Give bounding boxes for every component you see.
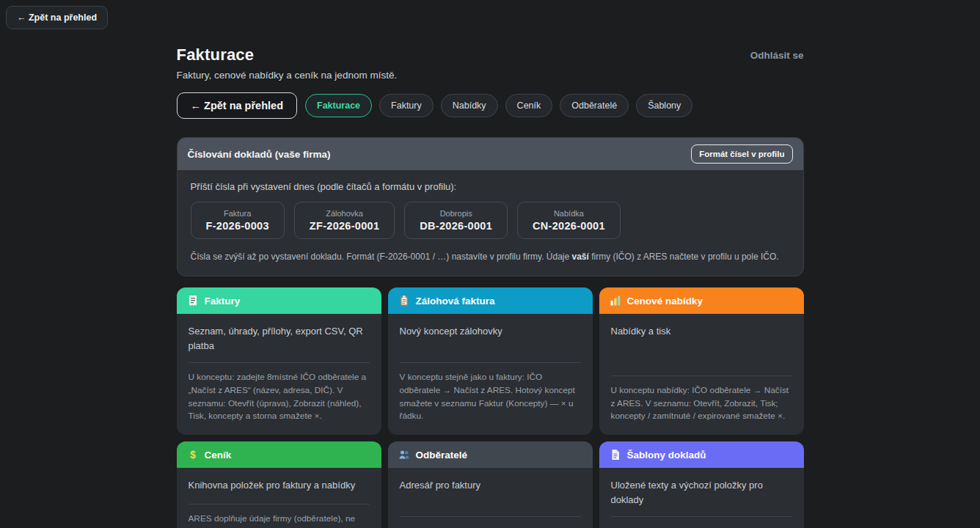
- card-title: Šablony dokladů: [627, 450, 706, 461]
- nav-pills: Fakturace Faktury Nabídky Ceník Odběrate…: [305, 94, 692, 117]
- numbering-note: Čísla se zvýší až po vystavení dokladu. …: [191, 250, 790, 263]
- card-sablony-dokladu-header[interactable]: Šablony dokladů: [599, 441, 804, 468]
- counter-dobropis: Dobropis DB-2026-0001: [404, 202, 508, 239]
- card-odberatele: Odběratelé Adresář pro faktury: [388, 441, 593, 528]
- back-to-overview-button[interactable]: ← Zpět na přehled: [177, 92, 298, 119]
- card-cenik: $ Ceník Knihovna položek pro faktury a n…: [177, 441, 381, 528]
- number-format-button[interactable]: Formát čísel v profilu: [691, 144, 792, 164]
- divider: [611, 516, 792, 517]
- card-zalohova-faktura-header[interactable]: Zálohová faktura: [388, 287, 593, 314]
- receipt-icon: [187, 295, 199, 307]
- counter-label: Faktura: [206, 209, 269, 218]
- card-summary: Seznam, úhrady, přílohy, export CSV, QR …: [189, 324, 370, 353]
- note-bold-text: vaší: [571, 252, 588, 262]
- card-hint: U konceptu: zadejte 8místné IČO odběrate…: [189, 371, 370, 423]
- tab-faktury[interactable]: Faktury: [379, 94, 434, 117]
- counter-value: DB-2026-0001: [420, 220, 492, 232]
- numbering-title: Číslování dokladů (vaše firma): [188, 149, 331, 160]
- counter-zalohovka: Zálohovka ZF-2026-0001: [294, 202, 395, 239]
- card-summary: Knihovna položek pro faktury a nabídky: [189, 478, 370, 495]
- counter-nabidka: Nabídka CN-2026-0001: [517, 202, 621, 239]
- dollar-icon: $: [187, 449, 199, 461]
- card-body: Uložené texty a výchozí položky pro dokl…: [599, 468, 804, 528]
- feature-cards-grid: Faktury Seznam, úhrady, přílohy, export …: [177, 287, 804, 528]
- nav-row: ← Zpět na přehled Fakturace Faktury Nabí…: [177, 92, 804, 119]
- card-body: Adresář pro faktury: [388, 468, 593, 528]
- card-summary: Uložené texty a výchozí položky pro dokl…: [611, 478, 792, 507]
- card-title: Zálohová faktura: [416, 296, 495, 307]
- topbar: ← Zpět na přehled: [0, 0, 980, 29]
- card-title: Odběratelé: [416, 450, 468, 461]
- divider: [189, 504, 370, 505]
- card-body: Nový koncept zálohovky V konceptu stejně…: [388, 314, 593, 435]
- counter-label: Zálohovka: [310, 209, 380, 218]
- page-subtitle: Faktury, cenové nabídky a ceník na jedno…: [177, 70, 804, 81]
- card-hint: V konceptu stejně jako u faktury: IČO od…: [400, 371, 581, 423]
- title-row: Fakturace Odhlásit se: [177, 45, 804, 65]
- counters-row: Faktura F-2026-0003 Zálohovka ZF-2026-00…: [191, 202, 790, 239]
- counter-faktura: Faktura F-2026-0003: [191, 202, 285, 239]
- main-content: Fakturace Odhlásit se Faktury, cenové na…: [177, 45, 804, 528]
- counter-label: Nabídka: [533, 209, 605, 218]
- numbering-intro: Příští čísla při vystavení dnes (podle č…: [191, 181, 790, 192]
- counter-value: ZF-2026-0001: [310, 220, 380, 232]
- card-summary: Nabídky a tisk: [611, 324, 792, 367]
- card-faktury: Faktury Seznam, úhrady, přílohy, export …: [177, 287, 381, 435]
- tab-nabidky[interactable]: Nabídky: [441, 94, 498, 117]
- people-icon: [398, 449, 410, 461]
- tab-fakturace[interactable]: Fakturace: [305, 94, 372, 117]
- card-title: Faktury: [205, 296, 241, 307]
- divider: [400, 362, 581, 363]
- svg-text:$: $: [190, 449, 196, 461]
- card-summary: Adresář pro faktury: [400, 478, 581, 507]
- card-body: Nabídky a tisk U konceptu nabídky: IČO o…: [599, 314, 804, 435]
- card-hint: ARES doplňuje údaje firmy (odběratele), …: [189, 513, 370, 526]
- tab-cenik[interactable]: Ceník: [505, 94, 553, 117]
- counter-value: CN-2026-0001: [533, 220, 605, 232]
- counter-label: Dobropis: [420, 209, 492, 218]
- tab-sablony[interactable]: Šablony: [636, 94, 692, 117]
- divider: [400, 516, 581, 517]
- card-cenik-header[interactable]: $ Ceník: [177, 441, 381, 468]
- back-to-overview-top-button[interactable]: ← Zpět na přehled: [6, 6, 108, 29]
- card-sablony-dokladu: Šablony dokladů Uložené texty a výchozí …: [599, 441, 804, 528]
- note-text: firmy (IČO) z ARES načtete v profilu u p…: [589, 252, 779, 262]
- counter-value: F-2026-0003: [206, 220, 269, 232]
- divider: [611, 375, 792, 376]
- card-title: Ceník: [205, 450, 232, 461]
- card-body: Seznam, úhrady, přílohy, export CSV, QR …: [177, 314, 381, 435]
- tab-odberatele[interactable]: Odběratelé: [560, 94, 629, 117]
- page-icon: [610, 449, 621, 461]
- card-zalohova-faktura: Zálohová faktura Nový koncept zálohovky …: [388, 287, 593, 435]
- card-cenove-nabidky-header[interactable]: Cenové nabídky: [599, 287, 804, 314]
- card-summary: Nový koncept zálohovky: [400, 324, 581, 353]
- card-title: Cenové nabídky: [627, 296, 703, 307]
- numbering-panel: Číslování dokladů (vaše firma) Formát čí…: [177, 137, 804, 276]
- divider: [189, 362, 370, 363]
- card-faktury-header[interactable]: Faktury: [177, 287, 381, 314]
- card-hint: U konceptu nabídky: IČO odběratele → Nač…: [611, 384, 792, 423]
- clipboard-icon: [398, 295, 410, 307]
- card-cenove-nabidky: Cenové nabídky Nabídky a tisk U konceptu…: [599, 287, 804, 435]
- logout-link[interactable]: Odhlásit se: [750, 50, 804, 61]
- note-text: Čísla se zvýší až po vystavení dokladu. …: [191, 252, 572, 262]
- card-odberatele-header[interactable]: Odběratelé: [388, 441, 593, 468]
- numbering-panel-body: Příští čísla při vystavení dnes (podle č…: [178, 170, 803, 276]
- numbering-panel-header: Číslování dokladů (vaše firma) Formát čí…: [178, 138, 803, 170]
- card-body: Knihovna položek pro faktury a nabídky A…: [177, 468, 381, 528]
- bar-chart-icon: [610, 295, 621, 307]
- page-title: Fakturace: [177, 45, 255, 65]
